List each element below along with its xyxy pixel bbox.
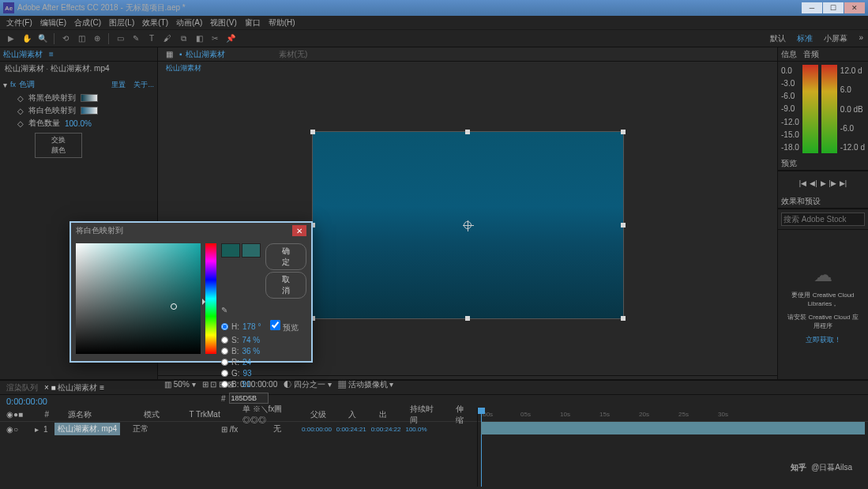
clone-tool-icon[interactable]: ⧉ — [177, 32, 190, 45]
ws-standard[interactable]: 标准 — [797, 33, 813, 44]
effects-presets-tab[interactable]: 效果和预设 — [781, 196, 821, 207]
eyedropper-icon[interactable]: ✎ — [221, 306, 227, 314]
preview-frame[interactable] — [312, 131, 624, 319]
handle-icon[interactable] — [621, 223, 626, 228]
handle-icon[interactable] — [310, 130, 315, 134]
b-value[interactable]: 36 % — [242, 347, 260, 355]
dialog-title-bar[interactable]: 将白色映射到 ✕ — [71, 223, 311, 239]
bl-value[interactable]: 91 — [242, 380, 250, 389]
twirl-icon[interactable]: ▸ — [35, 425, 39, 434]
last-frame-icon[interactable]: ▶| — [840, 179, 847, 187]
fx-badge[interactable]: fx — [10, 81, 16, 88]
render-queue-tab[interactable]: 渲染队列 — [6, 382, 38, 393]
prop-amount-value[interactable]: 100.0% — [65, 119, 92, 128]
col-dur[interactable]: 持续时间 — [410, 404, 440, 426]
cancel-button[interactable]: 取消 — [265, 272, 306, 299]
col-in[interactable]: 入 — [348, 409, 363, 420]
col-out[interactable]: 出 — [379, 409, 394, 420]
color-selector-ring[interactable] — [171, 303, 177, 310]
time-ruler[interactable]: :00s 05s 10s 15s 20s 25s 30s — [478, 408, 868, 422]
current-time-indicator[interactable] — [481, 408, 482, 487]
menu-view[interactable]: 视图(V) — [207, 16, 239, 29]
hex-input[interactable] — [229, 393, 269, 404]
col-trkmat[interactable]: T TrkMat — [189, 410, 226, 419]
hue-indicator-icon[interactable] — [202, 299, 205, 305]
rotate-tool-icon[interactable]: ⟲ — [59, 32, 72, 45]
menu-edit[interactable]: 编辑(E) — [37, 16, 70, 29]
preview-tab[interactable]: 预览 — [781, 158, 797, 169]
timeline-layer-row[interactable]: ◉○ ▸ 1 松山湖素材. mp4 正常 ⊞ /fx 无 0:00:00:00 … — [0, 422, 477, 436]
white-color-swatch[interactable] — [81, 107, 98, 115]
selection-tool-icon[interactable]: ▶ — [5, 32, 17, 45]
roto-tool-icon[interactable]: ✂ — [209, 32, 221, 45]
menu-animation[interactable]: 动画(A) — [173, 16, 205, 29]
handle-icon[interactable] — [465, 130, 470, 134]
comp-menu-icon[interactable]: ▦ — [166, 50, 173, 58]
ws-default[interactable]: 默认 — [770, 33, 786, 44]
ws-small[interactable]: 小屏幕 — [824, 33, 847, 44]
col-stretch[interactable]: 伸缩 — [456, 404, 471, 426]
h-radio[interactable] — [221, 323, 228, 330]
minimize-button[interactable]: ─ — [802, 2, 822, 13]
brush-tool-icon[interactable]: 🖌 — [161, 32, 174, 45]
swap-colors-button[interactable]: 交换颜色 — [35, 133, 82, 158]
black-color-swatch[interactable] — [81, 94, 98, 102]
h-value[interactable]: 178 ° — [242, 322, 261, 331]
effect-controls-tab[interactable]: 松山湖素材 — [3, 49, 43, 60]
cc-link[interactable]: 立即获取！ — [806, 335, 841, 345]
effect-toggle-icon[interactable]: ▾ — [3, 81, 7, 89]
col-parent[interactable]: 父级 — [310, 409, 333, 420]
shape-tool-icon[interactable]: ▭ — [114, 32, 126, 45]
s-value[interactable]: 74 % — [242, 336, 260, 344]
effect-name[interactable]: 色调 — [19, 79, 35, 90]
handle-icon[interactable] — [465, 316, 470, 321]
text-tool-icon[interactable]: T — [145, 32, 158, 45]
col-num[interactable]: # — [44, 410, 51, 419]
preview-checkbox[interactable] — [270, 320, 280, 330]
puppet-tool-icon[interactable]: 📌 — [224, 32, 237, 45]
menu-composition[interactable]: 合成(C) — [71, 16, 104, 29]
bl-radio[interactable] — [221, 381, 228, 388]
r-radio[interactable] — [221, 359, 228, 366]
effect-about[interactable]: 关于... — [133, 80, 154, 90]
anchor-tool-icon[interactable]: ⊕ — [91, 32, 103, 45]
layer-duration-bar[interactable] — [481, 422, 865, 434]
color-field[interactable] — [76, 243, 201, 354]
info-tab[interactable]: 信息 — [781, 49, 797, 60]
s-radio[interactable] — [221, 337, 228, 344]
r-value[interactable]: 24 — [242, 358, 251, 367]
menu-help[interactable]: 帮助(H) — [265, 16, 299, 29]
col-mode[interactable]: 模式 — [144, 409, 174, 420]
menu-file[interactable]: 文件(F) — [3, 16, 36, 29]
dialog-close-button[interactable]: ✕ — [292, 225, 306, 236]
next-frame-icon[interactable]: |▶ — [829, 179, 836, 187]
handle-icon[interactable] — [621, 130, 626, 134]
layer-toggles[interactable]: ◉○ — [6, 425, 30, 434]
old-color-swatch[interactable] — [242, 243, 261, 258]
col-source[interactable]: 源名称 — [68, 409, 128, 420]
ok-button[interactable]: 确定 — [265, 243, 306, 270]
comp-tab[interactable]: ▪ 松山湖素材 — [179, 49, 225, 60]
stopwatch-icon[interactable]: ◇ — [17, 119, 24, 128]
stopwatch-icon[interactable]: ◇ — [17, 107, 24, 115]
menu-effect[interactable]: 效果(T) — [139, 16, 171, 29]
prev-frame-icon[interactable]: ◀| — [810, 179, 817, 187]
camera-tool-icon[interactable]: ◫ — [75, 32, 88, 45]
layer-name[interactable]: 松山湖素材. mp4 — [54, 423, 120, 435]
effect-reset[interactable]: 里置 — [111, 80, 126, 90]
search-input[interactable] — [781, 213, 865, 226]
search-help-icon[interactable]: » — [859, 33, 863, 44]
first-frame-icon[interactable]: |◀ — [799, 179, 806, 187]
g-radio[interactable] — [221, 370, 228, 377]
camera-dropdown[interactable]: ▦ 活动摄像机 ▾ — [338, 379, 394, 390]
g-value[interactable]: 93 — [243, 369, 252, 378]
audio-tab[interactable]: 音频 — [803, 49, 819, 60]
anchor-point-icon[interactable] — [464, 221, 472, 229]
close-button[interactable]: ✕ — [844, 2, 865, 13]
menu-layer[interactable]: 图层(L) — [106, 16, 137, 29]
timeline-track-area[interactable]: :00s 05s 10s 15s 20s 25s 30s — [478, 408, 868, 487]
menu-window[interactable]: 窗口 — [242, 16, 264, 29]
hand-tool-icon[interactable]: ✋ — [21, 32, 33, 45]
play-icon[interactable]: ▶ — [821, 179, 826, 187]
eraser-tool-icon[interactable]: ◧ — [193, 32, 205, 45]
